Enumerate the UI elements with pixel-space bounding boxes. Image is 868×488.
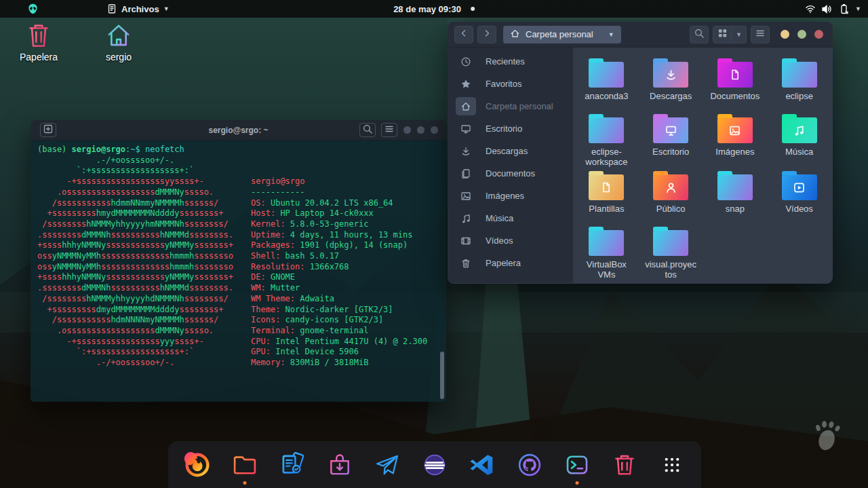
folder-virtualbox-vms[interactable]: VirtualBox VMs [574,223,639,280]
terminal-titlebar[interactable]: sergio@srgo: ~ [31,120,446,140]
folder-label: Plantillas [589,204,624,214]
folder-v-deos[interactable]: Vídeos [767,167,831,223]
view-options-button[interactable]: ▼ [732,26,747,43]
terminal-search-button[interactable] [359,123,376,137]
close-button[interactable] [814,30,823,39]
dock-vscode-icon[interactable] [467,449,498,481]
dock-github-icon[interactable] [514,449,545,481]
star-icon [456,75,476,93]
folder-eclipse[interactable]: eclipse [767,54,831,110]
folder-snap[interactable]: snap [703,167,768,223]
file-manager-headerbar[interactable]: Carpeta personal ▼ ▼ [448,22,833,48]
dock-documents-icon[interactable] [277,449,308,481]
dock-firefox-icon[interactable] [182,449,213,481]
clock-icon [456,52,476,71]
folder-documentos[interactable]: Documentos [703,54,768,110]
desktop-icon-papelera[interactable]: Papelera [9,22,68,62]
file-manager-window[interactable]: Carpeta personal ▼ ▼ Recientes Favoritos [448,22,833,284]
dock-files-icon[interactable] [229,449,260,481]
folder-icon [717,117,753,143]
prompt-user: sergio@srgo [72,145,125,154]
neofetch-color-palette [251,395,427,402]
folder-icon [782,174,817,200]
sidebar-item-m-sica[interactable]: Música [448,207,573,229]
close-dot[interactable] [431,126,438,134]
hamburger-icon [384,124,395,137]
sidebar-item-carpeta-personal[interactable]: Carpeta personal [448,95,573,117]
folder-glyph-icon [782,62,817,88]
forward-button[interactable] [477,26,496,43]
maximize-button[interactable] [797,30,806,39]
folder-icon [653,174,688,200]
activities-button[interactable] [26,2,39,16]
folder-icon [717,62,753,88]
dock-trash-icon[interactable] [609,449,640,481]
sidebar-item-documentos[interactable]: Documentos [448,162,573,185]
file-manager-main: Recientes Favoritos Carpeta personal Esc… [448,48,833,283]
sidebar-item-escritorio[interactable]: Escritorio [448,117,573,140]
pathbar-button[interactable]: Carpeta personal ▼ [503,26,621,43]
dock-eclipse-icon[interactable] [419,449,450,481]
terminal-menu-button[interactable] [381,123,397,137]
terminal-window[interactable]: sergio@srgo: ~ (base) sergio@srgo:~$ neo… [31,120,446,402]
grid-view-button[interactable] [713,26,732,43]
folder-im-genes[interactable]: Imágenes [703,110,768,167]
sidebar-item-im-genes[interactable]: Imágenes [448,185,573,207]
system-tray[interactable]: ▼ [804,0,861,18]
folder-icon [653,62,688,88]
folder-m-sica[interactable]: Música [767,110,831,167]
dock-terminal-icon[interactable] [561,449,593,481]
terminal-prompt: (base) sergio@srgo:~$ neofetch [37,145,441,155]
minimize-button[interactable] [781,30,789,39]
folder-descargas[interactable]: Descargas [639,54,703,110]
sidebar-item-label: Papelera [486,258,521,268]
folder-escritorio[interactable]: Escritorio [639,110,703,167]
search-button[interactable] [690,26,709,43]
desktop-icon-sergio[interactable]: sergio [90,22,148,62]
scrollbar-thumb[interactable] [440,352,444,399]
menu-button[interactable] [751,26,770,43]
home-icon [456,97,476,115]
desktop-icon [456,119,476,138]
folder-p-blico[interactable]: Público [639,167,703,223]
dock-appgrid-icon[interactable] [656,449,688,481]
terminal-window-controls[interactable] [403,126,438,134]
sidebar-item-label: Imágenes [486,191,524,201]
sidebar-item-descargas[interactable]: Descargas [448,140,573,162]
folder-label: Vídeos [785,204,812,214]
minimize-dot[interactable] [403,126,411,134]
terminal-body[interactable]: (base) sergio@srgo:~$ neofetch .-/+oosss… [31,140,446,402]
sidebar: Recientes Favoritos Carpeta personal Esc… [448,48,573,283]
sidebar-item-v-deos[interactable]: Vídeos [448,229,573,252]
dock-telegram-icon[interactable] [372,449,403,481]
dock-software-icon[interactable] [324,449,355,481]
folder-eclipse-workspace[interactable]: eclipse-workspace [574,110,639,167]
sidebar-item-papelera[interactable]: Papelera [448,252,573,274]
folder-plantillas[interactable]: Plantillas [574,167,639,223]
folder-icon [653,230,688,256]
folder-icon [589,230,624,256]
grid-view-icon [717,28,728,41]
folder-glyph-icon [589,117,624,143]
window-controls[interactable] [781,30,823,39]
sidebar-item-recientes[interactable]: Recientes [448,50,573,73]
app-menu-archivos[interactable]: Archivos ▼ [102,0,174,18]
files-app-icon [106,3,117,15]
gnome-foot-watermark [812,419,842,453]
sidebar-item-favoritos[interactable]: Favoritos [448,73,573,95]
pathbar-label: Carpeta personal [526,29,593,39]
folder-icon [782,62,817,88]
clock-button[interactable]: 28 de may 09:30 [393,0,475,18]
maximize-dot[interactable] [417,126,425,134]
download-icon [653,62,688,88]
music-icon [782,117,817,143]
home-icon [106,22,132,49]
back-button[interactable] [454,26,473,43]
folder-visual-proyectos[interactable]: visual.proyectos [639,223,703,280]
notification-dot [471,7,475,11]
folder-label: visual.proyectos [645,259,696,280]
folder-icon [782,117,817,143]
terminal-scrollbar[interactable] [439,140,445,402]
folder-anaconda3[interactable]: anaconda3 [574,54,639,110]
image-icon [717,117,753,143]
